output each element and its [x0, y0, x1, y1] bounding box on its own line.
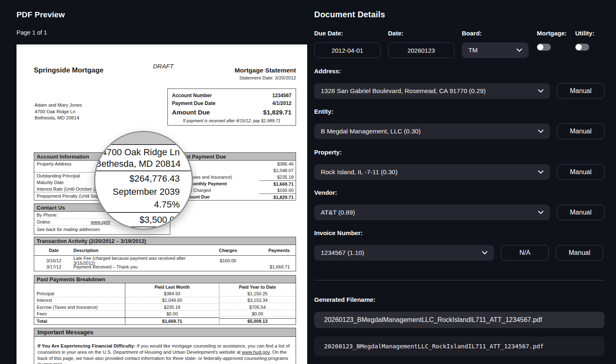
pdf-page: Springside Mortgage DRAFT Mortgage State… — [16, 44, 307, 364]
date-input[interactable] — [388, 42, 454, 58]
summary-row: Account Number 1234567 — [172, 92, 292, 100]
due-date-label: Due Date: — [314, 30, 381, 37]
past-payments-table: Past Payments Breakdown Paid Last Month … — [34, 275, 296, 325]
table-row: Principal $384.93 $1,150.25 — [34, 290, 296, 297]
invoice-select[interactable]: 1234567 (1.10) — [314, 245, 494, 261]
document-details-panel: Document Details Due Date: Date: Board: … — [314, 0, 604, 356]
invoice-row: 1234567 (1.10) N/A Manual — [314, 245, 604, 261]
draft-watermark: DRAFT — [153, 63, 174, 70]
mortgage-label: Mortgage: — [537, 30, 567, 37]
mortgage-field: Mortgage: — [537, 30, 567, 58]
chevron-down-icon — [538, 170, 543, 174]
late-payment-note: If payment is received after 4/15/12, pa… — [172, 118, 292, 123]
chevron-down-icon — [517, 49, 522, 52]
generated-filename-display: 20260123_BMegdalManagementLLC_RockIsland… — [314, 312, 604, 328]
account-number-label: Account Number — [172, 92, 212, 100]
due-date-field: Due Date: — [314, 30, 381, 58]
magnified-outstanding-principal: $264,776.43 — [129, 173, 180, 184]
address-manual-button[interactable]: Manual — [557, 83, 604, 99]
chevron-down-icon — [538, 211, 543, 214]
entity-select[interactable]: B Megdal Management, LLC (0.30) — [314, 124, 550, 139]
past-payments-header-row: Paid Last Month Paid Year to Date — [34, 283, 296, 290]
property-select[interactable]: Rock Island, IL -7-11 (0.30) — [314, 164, 550, 180]
account-number-value: 1234567 — [272, 92, 292, 100]
date-label: Date: — [388, 30, 454, 37]
entity-row: B Megdal Management, LLC (0.30) Manual — [314, 124, 604, 139]
summary-row: Payment Due Date 4/1/2012 — [172, 100, 292, 107]
amount-due-value: $1,829.71 — [263, 107, 292, 117]
table-row: Fees $0.00 $0.00 — [34, 311, 296, 318]
recipient-city: Bethesda, MD 20814 — [35, 115, 82, 121]
statement-title: Mortgage Statement — [235, 67, 296, 74]
toggle-knob — [576, 44, 582, 50]
payment-due-date-value: 4/1/2012 — [272, 100, 292, 107]
address-selected-value: 1328 San Gabriel Boulevard, Rosemead, CA… — [321, 87, 486, 95]
past-payments-title: Past Payments Breakdown — [34, 275, 296, 283]
board-label: Board: — [462, 30, 529, 37]
entity-label: Entity: — [314, 108, 604, 115]
utility-label: Utility: — [575, 30, 595, 37]
table-row: Interest $1,049.60 $3,153.34 — [34, 297, 296, 304]
property-selected-value: Rock Island, IL -7-11 (0.30) — [321, 168, 397, 176]
section-divider — [314, 280, 604, 280]
amount-due-summary-box: Account Number 1234567 Payment Due Date … — [167, 89, 296, 126]
chevron-down-icon — [482, 251, 487, 254]
magnifier-overlay: 4700 Oak Ridge Ln Bethesda, MD 20814 $26… — [94, 131, 193, 230]
vendor-select[interactable]: AT&T (0.89) — [314, 205, 550, 220]
utility-toggle[interactable] — [575, 44, 589, 51]
vendor-selected-value: AT&T (0.89) — [321, 209, 355, 216]
transaction-header-row: Date Description Charges Payments — [34, 245, 296, 256]
page-indicator: Page 1 of 1 — [16, 29, 47, 36]
magnified-maturity-date: September 2039 — [113, 187, 180, 197]
payment-due-date-label: Payment Due Date — [172, 100, 215, 107]
property-row: Rock Island, IL -7-11 (0.30) Manual — [314, 164, 604, 180]
invoice-na-button[interactable]: N/A — [501, 245, 549, 261]
amount-due-label: Amount Due — [172, 107, 210, 117]
generated-filename-mono: 20260123_BMegdalManagementLLC_RockIsland… — [314, 336, 604, 356]
chevron-down-icon — [538, 89, 543, 93]
magnifier-header-cap — [95, 132, 192, 145]
toggle-knob — [537, 44, 543, 50]
table-row: Total $1,669.71 $5,009.13 — [34, 317, 296, 324]
hud-website-link: www.hud.gov — [242, 350, 270, 355]
important-messages-box: Important Messages If You Are Experienci… — [34, 328, 296, 364]
board-field: Board: TM — [462, 30, 529, 58]
mortgage-toggle[interactable] — [537, 44, 551, 51]
magnified-interest-rate: 4.75% — [154, 199, 180, 210]
recipient-name: Adam and Mary Jones — [35, 102, 82, 109]
address-row: 1328 San Gabriel Boulevard, Rosemead, CA… — [314, 83, 604, 99]
magnified-prepayment-penalty: $3,500.00 — [139, 215, 180, 225]
generated-filename-mono-text: 20260123_BMegdalManagementLLC_RockIsland… — [324, 343, 544, 350]
invoice-selected-value: 1234567 (1.10) — [321, 249, 364, 257]
property-manual-button[interactable]: Manual — [557, 164, 604, 180]
vendor-manual-button[interactable]: Manual — [557, 205, 604, 220]
address-label: Address: — [314, 68, 604, 75]
mortgage-website-link: www.springsidemortgage.com — [91, 219, 111, 224]
table-row: 3/16/12 Late Fee (charged because paymen… — [34, 257, 296, 264]
important-messages-title: Important Messages — [34, 328, 296, 337]
transaction-activity-table: Transaction Activity (2/20/2012 – 3/19/2… — [34, 237, 296, 271]
vendor-label: Vendor: — [314, 189, 604, 196]
invoice-number-label: Invoice Number: — [314, 229, 604, 236]
statement-date: Statement Date: 3/20/2012 — [235, 75, 296, 80]
generated-filename-text: 20260123_BMegdalManagementLLC_RockIsland… — [324, 316, 542, 324]
chevron-down-icon — [538, 130, 543, 133]
transaction-activity-title: Transaction Activity (2/20/2012 – 3/19/2… — [34, 237, 296, 245]
property-label: Property: — [314, 149, 604, 156]
date-field: Date: — [388, 30, 454, 58]
entity-manual-button[interactable]: Manual — [557, 124, 604, 139]
invoice-manual-button[interactable]: Manual — [556, 245, 603, 261]
statement-brand: Springside Mortgage — [34, 66, 103, 75]
recipient-address: Adam and Mary Jones 4700 Oak Ridge Ln Be… — [35, 102, 82, 121]
due-date-input[interactable] — [314, 42, 381, 58]
board-selected-value: TM — [468, 47, 477, 54]
utility-field: Utility: — [575, 30, 595, 58]
board-select[interactable]: TM — [462, 42, 529, 58]
table-row: 3/17/12 Payment Received – Thank you $1,… — [34, 264, 296, 271]
pdf-preview-title: PDF Preview — [16, 10, 65, 19]
statement-header: Mortgage Statement Statement Date: 3/20/… — [235, 67, 296, 80]
top-fields-row: Due Date: Date: Board: TM Mortgage: Util… — [314, 30, 604, 58]
address-select[interactable]: 1328 San Gabriel Boulevard, Rosemead, CA… — [314, 83, 550, 99]
important-messages-body: If You Are Experiencing Financial Diffic… — [34, 337, 296, 364]
entity-selected-value: B Megdal Management, LLC (0.30) — [321, 128, 421, 135]
